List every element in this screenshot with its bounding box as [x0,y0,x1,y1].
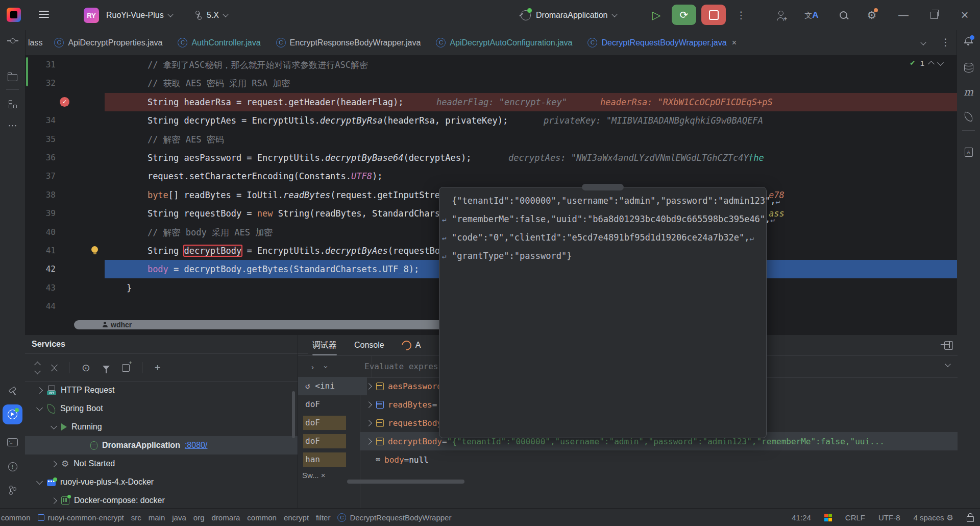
line-number[interactable]: 39 [25,204,56,223]
line-number[interactable]: 41 [25,242,56,260]
line-number[interactable]: 36 [25,149,56,167]
line-number[interactable]: 38 [25,186,56,204]
chevron-right-icon[interactable] [365,438,372,445]
services-tree-item-Docker-compose: docker[interactable]: Docker-compose: docker [25,491,298,509]
project-tool-button[interactable] [0,69,25,86]
stack-frame-row[interactable]: ↺ <ini [298,377,367,395]
code-line-35[interactable]: // 解密 AES 密码 [106,130,957,149]
evaluate-expression-input[interactable]: Evaluate express [364,356,443,377]
step-buttons[interactable]: ›› [298,356,372,377]
more-tools-button[interactable]: ⋯ [0,117,25,134]
line-number[interactable]: 43 [25,279,56,297]
code-line-36[interactable]: String aesPassword = EncryptUtils.decryp… [106,149,957,167]
rerun-debug-button[interactable]: ⟳ [672,5,696,25]
chevron-right-icon[interactable] [36,387,43,394]
line-number[interactable]: 42 [25,260,56,278]
expand-evaluate-icon[interactable] [945,361,950,367]
breadcrumb-item-src[interactable]: src [131,513,141,522]
breadcrumb-item-encrypt[interactable]: encrypt [284,513,309,522]
stack-frame-row[interactable]: doF [298,395,367,414]
line-number[interactable]: 35 [25,130,56,149]
breadcrumb-item-java[interactable]: java [172,513,186,522]
close-tab-icon[interactable]: × [732,38,737,47]
search-everywhere-button[interactable] [834,0,852,30]
translate-button[interactable]: 文A [802,0,821,30]
popup-grip-handle[interactable] [582,184,624,190]
tab-actuator[interactable]: A [402,335,421,355]
ime-windows-icon[interactable] [824,514,832,521]
breadcrumb-item-common[interactable]: common [1,513,31,522]
chevron-down-icon[interactable] [51,423,57,429]
debug-tool-button-active[interactable] [3,404,22,424]
run-button[interactable]: ▷ [647,0,666,30]
database-tool-button[interactable] [957,59,980,76]
filter-icon[interactable] [103,366,110,370]
code-line-34[interactable]: String decryptAes = EncryptUtils.decrypt… [106,111,957,130]
editor-hscrollbar[interactable]: wdhcr [74,320,498,329]
close-button[interactable]: × [955,0,974,30]
run-config-selector[interactable]: DromaraApplication [521,0,617,30]
notifications-button[interactable] [957,32,980,50]
chevron-down-icon[interactable] [36,478,43,485]
intention-bulb-icon[interactable] [91,246,98,253]
caret-position[interactable]: 41:24 [792,513,811,522]
editor-tab-AuthController.java[interactable]: CAuthController.java [170,31,268,55]
line-number[interactable]: 34 [25,111,56,130]
variables-scrollbar[interactable] [347,480,464,484]
breadcrumb-item-common[interactable]: common [247,513,277,522]
editor-tab-EncryptResponseBodyWrapper.java[interactable]: CEncryptResponseBodyWrapper.java [268,31,429,55]
chevron-right-icon[interactable] [365,401,372,408]
commit-tool-button[interactable] [0,32,25,50]
editor-tab-DecryptRequestBodyWrapper.java[interactable]: CDecryptRequestBodyWrapper.java× [580,31,744,55]
collapse-all-icon[interactable] [52,363,57,373]
main-menu-icon[interactable] [39,11,49,19]
services-tree-item-Not Started[interactable]: ⚙Not Started [25,455,298,473]
project-selector[interactable]: RuoYi-Vue-Plus [106,0,173,30]
breadcrumb-item-filter[interactable]: filter [316,513,330,522]
frames-tab[interactable]: Sw... × [302,471,325,480]
indent-setting[interactable]: 4 spaces⚙ [914,513,954,522]
chevron-down-icon[interactable] [36,404,43,411]
readonly-lock-icon[interactable] [967,516,974,522]
stack-frame-row[interactable]: doF [298,414,367,432]
editor-tab-ApiDecryptAutoConfiguration.java[interactable]: CApiDecryptAutoConfiguration.java [428,31,580,55]
build-tool-button[interactable] [0,382,25,400]
line-number[interactable]: 37 [25,167,56,185]
branch-selector[interactable]: 5.X [195,0,228,30]
structure-tool-button[interactable] [0,95,25,113]
settings-button[interactable]: ⚙ [863,0,881,30]
view-options-icon[interactable]: ⊙ [82,362,90,374]
services-tree-item-DromaraApplication[interactable]: DromaraApplication:8080/ [25,436,298,455]
breadcrumb-item-main[interactable]: main [149,513,165,522]
chevron-right-icon[interactable] [51,497,57,504]
chevron-right-icon[interactable] [51,461,57,467]
line-number[interactable]: 32 [25,74,56,92]
editor-tab-ApiDecryptProperties.java[interactable]: CApiDecryptProperties.java [46,31,170,55]
breadcrumb-item-DecryptRequestBodyWrapper[interactable]: CDecryptRequestBodyWrapper [337,513,451,522]
git-tool-button[interactable] [0,482,25,499]
maven-tool-button[interactable]: m [957,83,980,101]
more-actions-button[interactable]: ⋮ [732,0,750,30]
editor-tab-lass[interactable]: lass [25,31,46,55]
problems-tool-button[interactable]: ! [0,458,25,475]
service-port-link[interactable]: :8080/ [185,441,207,450]
chevron-right-icon[interactable] [365,383,372,390]
layout-settings-icon[interactable] [944,341,953,350]
stack-frame-row[interactable]: doF [298,432,367,450]
code-line-37[interactable]: request.setCharacterEncoding(Constants.U… [106,167,957,185]
tab-console[interactable]: Console [354,335,384,355]
breadcrumb-item-dromara[interactable]: dromara [211,513,240,522]
add-service-icon[interactable]: + [155,362,161,374]
services-tree-item-ruoyi-vue-plus-4.x-Docker[interactable]: ruoyi-vue-plus-4.x-Docker [25,473,298,491]
line-number[interactable]: 40 [25,223,56,242]
minimize-button[interactable]: — [894,0,913,30]
expand-all-icon[interactable] [35,363,40,373]
code-line-32[interactable]: // 获取 AES 密码 采用 RSA 加密 [106,74,957,92]
tab-debugger[interactable]: 调试器 [312,335,337,355]
terminal-tool-button[interactable]: ›_ [0,434,25,451]
code-with-me-button[interactable] [772,0,790,30]
variable-row-body[interactable]: ∞body = null [360,450,958,469]
services-tree-item-Running[interactable]: Running [25,418,298,436]
debugger-value-popup[interactable]: {"tenantId":"000000","username":"admin",… [439,187,767,438]
services-scrollbar[interactable] [292,391,295,438]
